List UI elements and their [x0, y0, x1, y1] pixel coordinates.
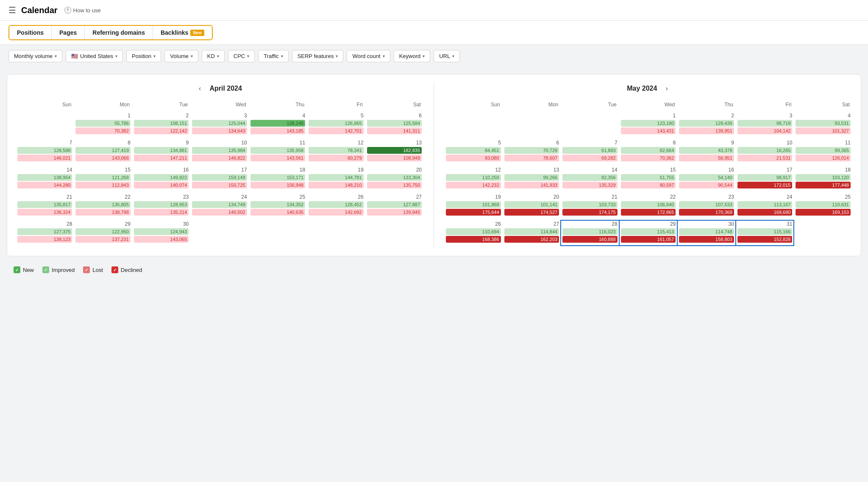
legend-improved-label: Improved: [52, 267, 75, 273]
table-row: 31115,166152,828: [736, 220, 794, 246]
cell-empty: [16, 112, 74, 137]
table-row: 14138,954144,280: [16, 166, 74, 191]
filter-url[interactable]: URL ▾: [434, 50, 460, 62]
table-row: 5126,865142,701: [307, 112, 365, 137]
table-row: 862,66470,362: [619, 139, 678, 164]
cell-empty: [444, 112, 503, 137]
day-thu: Thu: [677, 100, 736, 109]
monthly-volume-label: Monthly volume: [14, 53, 53, 59]
tab-backlinks[interactable]: Backlinks New: [153, 26, 212, 39]
table-row: 20101,141174,527: [503, 193, 561, 219]
flag-icon: 🇺🇸: [71, 53, 78, 59]
cell-empty: [794, 220, 852, 246]
chevron-down-icon: ▾: [153, 54, 156, 58]
filter-word-count[interactable]: Word count ▾: [347, 50, 390, 62]
filter-monthly-volume[interactable]: Monthly volume ▾: [8, 50, 62, 62]
keyword-label: Keyword: [399, 53, 421, 59]
filter-kd[interactable]: KD ▾: [202, 50, 225, 62]
table-row: 21103,733174,175: [561, 193, 619, 219]
day-wed: Wed: [619, 100, 678, 109]
table-row: 22106,640172,865: [619, 193, 678, 219]
may-week-3: 12110,250142,232 1399,266141,933 1482,35…: [444, 166, 852, 191]
table-row: 11135,958143,561: [249, 139, 307, 164]
table-row: 1399,266141,933: [503, 166, 561, 191]
tab-pages[interactable]: Pages: [52, 26, 85, 39]
calendar-container: ‹ April 2024 Sun Mon Tue Wed Thu Fri Sat…: [7, 74, 861, 256]
table-row: 7128,588146,021: [16, 139, 74, 164]
next-month-button[interactable]: ›: [664, 83, 669, 94]
table-row: 2108,151122,142: [132, 112, 190, 137]
table-row: 28116,023160,888: [561, 220, 619, 246]
backlinks-label: Backlinks: [161, 29, 188, 36]
legend-new-label: New: [23, 267, 34, 273]
table-row: 12110,250142,232: [444, 166, 503, 191]
filter-cpc[interactable]: CPC ▾: [228, 50, 255, 62]
filter-position[interactable]: Position ▾: [126, 50, 161, 62]
table-row: 8127,419143,066: [74, 139, 132, 164]
filter-volume[interactable]: Volume ▾: [164, 50, 198, 62]
april-week-5: 28127,375138,123 29122,950137,231 30124,…: [16, 220, 423, 246]
table-row: 6125,584141,311: [365, 112, 423, 137]
table-row: 1551,75580,597: [619, 166, 678, 191]
day-sat: Sat: [365, 100, 423, 109]
tab-positions[interactable]: Positions: [9, 26, 52, 39]
day-mon: Mon: [503, 100, 561, 109]
table-row: 29122,950137,231: [74, 220, 132, 246]
table-row: 670,72978,607: [503, 139, 561, 164]
filter-country[interactable]: 🇺🇸 United States ▾: [66, 50, 123, 62]
filter-keyword[interactable]: Keyword ▾: [394, 50, 431, 62]
cell-empty: [503, 112, 561, 137]
day-sun: Sun: [16, 100, 74, 109]
table-row: 398,719104,142: [736, 112, 794, 137]
prev-month-button[interactable]: ‹: [197, 83, 203, 94]
table-row: 16149,822140,074: [132, 166, 190, 191]
table-row: 13182,835108,949: [365, 139, 423, 164]
hamburger-icon[interactable]: ☰: [8, 5, 16, 15]
help-button[interactable]: ? How to use: [64, 7, 101, 14]
help-label: How to use: [73, 7, 101, 14]
day-sun: Sun: [444, 100, 503, 109]
filter-serp-features[interactable]: SERP features ▾: [292, 50, 344, 62]
table-row: 24134,749140,502: [190, 193, 248, 219]
may-week-5: 26110,694168,386 27114,844162,203 28116,…: [444, 220, 852, 246]
table-row: 24113,167168,680: [736, 193, 794, 219]
table-row: 29115,413161,057: [619, 220, 678, 246]
filter-traffic[interactable]: Traffic ▾: [258, 50, 288, 62]
table-row: 19101,868175,644: [444, 193, 503, 219]
table-row: 2129,439139,951: [677, 112, 736, 137]
april-week-1: 155,78670,382 2108,151122,142 3125,04413…: [16, 112, 423, 137]
filters-bar: Monthly volume ▾ 🇺🇸 United States ▾ Posi…: [0, 45, 868, 67]
day-tue: Tue: [561, 100, 619, 109]
table-row: 19144,781148,210: [307, 166, 365, 191]
may-calendar: May 2024 › Sun Mon Tue Wed Thu Fri Sat 1…: [434, 83, 852, 247]
table-row: 155,78670,382: [74, 112, 132, 137]
chevron-down-icon: ▾: [383, 54, 385, 58]
table-row: 25134,352140,635: [249, 193, 307, 219]
country-label: United States: [80, 53, 113, 59]
day-fri: Fri: [736, 100, 794, 109]
legend-new: ✓ New: [14, 266, 34, 273]
new-icon: ✓: [14, 266, 20, 273]
chevron-down-icon: ▾: [191, 54, 193, 58]
lost-icon: ✓: [83, 266, 90, 273]
legend-declined-label: Declined: [121, 267, 142, 273]
table-row: 15121,268112,843: [74, 166, 132, 191]
tab-referring-domains[interactable]: Referring domains: [85, 26, 153, 39]
word-count-label: Word count: [352, 53, 380, 59]
table-row: 18103,120177,448: [794, 166, 852, 191]
table-row: 3125,044134,643: [190, 112, 248, 137]
april-day-headers: Sun Mon Tue Wed Thu Fri Sat: [16, 100, 423, 109]
table-row: 4139,248143,185: [249, 112, 307, 137]
declined-icon: ✓: [111, 266, 118, 273]
table-row: 493,531101,327: [794, 112, 852, 137]
table-row: 584,45193,080: [444, 139, 503, 164]
table-row: 26110,694168,386: [444, 220, 503, 246]
table-row: 23107,533170,368: [677, 193, 736, 219]
table-row: 17159,149150,725: [190, 166, 248, 191]
table-row: 1654,14090,544: [677, 166, 736, 191]
legend-declined: ✓ Declined: [111, 266, 142, 273]
cpc-label: CPC: [234, 53, 245, 59]
table-row: 21135,817136,324: [16, 193, 74, 219]
april-title: April 2024: [209, 85, 242, 92]
may-day-headers: Sun Mon Tue Wed Thu Fri Sat: [444, 100, 852, 109]
